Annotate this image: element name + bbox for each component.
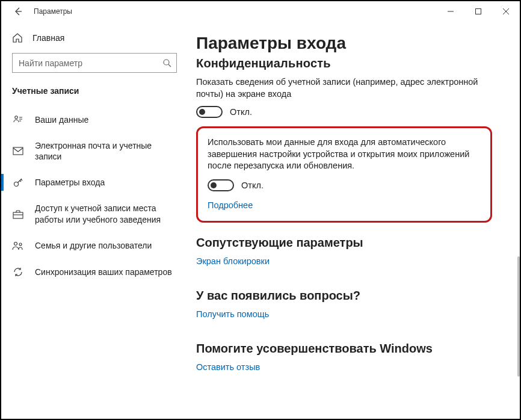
home-label: Главная bbox=[32, 33, 64, 43]
search-input[interactable] bbox=[12, 53, 177, 73]
feedback-link[interactable]: Оставить отзыв bbox=[196, 362, 260, 372]
account-info-toggle-row: Откл. bbox=[196, 106, 503, 118]
related-heading: Сопутствующие параметры bbox=[196, 236, 503, 250]
maximize-button[interactable] bbox=[464, 1, 492, 22]
learn-more-link[interactable]: Подробнее bbox=[208, 200, 253, 210]
window-controls bbox=[437, 1, 520, 22]
sidebar-item-sync[interactable]: Синхронизация ваших параметров bbox=[1, 259, 188, 285]
svg-rect-3 bbox=[13, 147, 23, 155]
svg-rect-5 bbox=[13, 212, 23, 218]
feedback-heading: Помогите усовершенствовать Windows bbox=[196, 342, 503, 356]
sidebar-item-email[interactable]: Электронная почта и учетные записи bbox=[1, 133, 188, 169]
toggle-state-label: Откл. bbox=[230, 107, 252, 117]
key-icon bbox=[12, 176, 24, 188]
scrollbar[interactable] bbox=[516, 100, 520, 413]
settings-window: Параметры Главная Учетные записи Ваши да… bbox=[0, 0, 521, 420]
toggle-knob bbox=[211, 182, 217, 188]
svg-point-7 bbox=[19, 243, 22, 246]
help-section: У вас появились вопросы? Получить помощь bbox=[196, 289, 503, 324]
toggle-state-label: Откл. bbox=[241, 181, 264, 190]
search-container bbox=[12, 53, 177, 73]
svg-point-6 bbox=[14, 242, 17, 245]
toggle-knob bbox=[199, 109, 205, 115]
minimize-icon bbox=[448, 8, 454, 14]
related-section: Сопутствующие параметры Экран блокировки bbox=[196, 236, 503, 271]
briefcase-icon bbox=[12, 208, 24, 220]
home-link[interactable]: Главная bbox=[1, 26, 188, 49]
maximize-icon bbox=[475, 8, 481, 14]
minimize-button[interactable] bbox=[437, 1, 464, 22]
arrow-left-icon bbox=[13, 7, 23, 16]
page-title: Параметры входа bbox=[196, 34, 503, 53]
help-heading: У вас появились вопросы? bbox=[196, 289, 503, 303]
feedback-section: Помогите усовершенствовать Windows Остав… bbox=[196, 342, 503, 377]
sidebar-item-label: Доступ к учетной записи места работы или… bbox=[35, 203, 177, 224]
sidebar-item-work-access[interactable]: Доступ к учетной записи места работы или… bbox=[1, 196, 188, 232]
sidebar-item-signin-options[interactable]: Параметры входа bbox=[1, 169, 188, 196]
svg-rect-0 bbox=[476, 9, 481, 14]
back-button[interactable] bbox=[11, 4, 25, 19]
sync-icon bbox=[12, 266, 24, 278]
sidebar-item-label: Семья и другие пользователи bbox=[35, 240, 152, 251]
sidebar-item-label: Ваши данные bbox=[35, 114, 88, 125]
sidebar-item-label: Параметры входа bbox=[35, 177, 105, 188]
svg-point-1 bbox=[164, 60, 169, 65]
auto-signin-description: Использовать мои данные для входа для ав… bbox=[208, 137, 481, 172]
close-button[interactable] bbox=[492, 1, 520, 22]
lock-screen-link[interactable]: Экран блокировки bbox=[196, 256, 270, 266]
svg-point-2 bbox=[15, 116, 17, 119]
sidebar-item-your-info[interactable]: Ваши данные bbox=[1, 107, 188, 133]
sidebar-item-label: Электронная почта и учетные записи bbox=[35, 140, 177, 162]
titlebar: Параметры bbox=[1, 1, 520, 22]
section-heading: Учетные записи bbox=[1, 80, 188, 107]
close-icon bbox=[503, 8, 509, 14]
home-icon bbox=[12, 32, 23, 43]
mail-icon bbox=[12, 145, 24, 157]
person-badge-icon bbox=[12, 114, 24, 126]
svg-point-4 bbox=[14, 182, 19, 187]
people-icon bbox=[12, 239, 24, 252]
scrollbar-thumb[interactable] bbox=[517, 256, 520, 377]
sidebar-item-label: Синхронизация ваших параметров bbox=[35, 267, 172, 277]
search-icon bbox=[162, 58, 172, 68]
account-info-description: Показать сведения об учетной записи (нап… bbox=[196, 76, 479, 100]
sidebar: Главная Учетные записи Ваши данные Элект… bbox=[1, 22, 188, 419]
auto-signin-toggle[interactable] bbox=[208, 179, 234, 191]
window-title: Параметры bbox=[34, 7, 72, 16]
get-help-link[interactable]: Получить помощь bbox=[196, 309, 269, 319]
highlight-annotation: Использовать мои данные для входа для ав… bbox=[196, 126, 492, 223]
privacy-heading: Конфиденциальность bbox=[196, 57, 503, 70]
main-content: Параметры входа Конфиденциальность Показ… bbox=[188, 22, 520, 419]
auto-signin-toggle-row: Откл. bbox=[208, 179, 481, 191]
account-info-toggle[interactable] bbox=[196, 106, 223, 118]
sidebar-item-family[interactable]: Семья и другие пользователи bbox=[1, 232, 188, 259]
